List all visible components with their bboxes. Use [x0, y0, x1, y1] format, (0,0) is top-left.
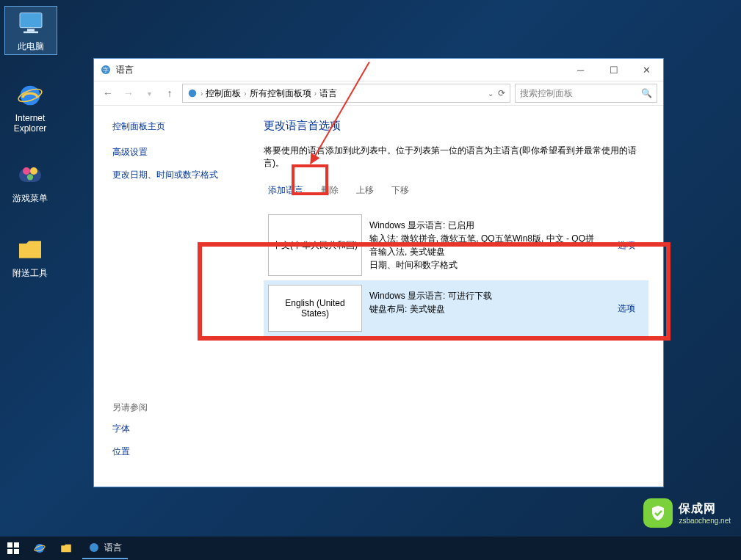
titlebar: 字 语言 ─ ☐ ✕	[94, 59, 663, 81]
language-name: English (United States)	[268, 285, 362, 332]
move-up-button[interactable]: 上移	[356, 184, 374, 197]
svg-rect-12	[7, 542, 12, 548]
breadcrumb-item[interactable]: 控制面板	[206, 87, 241, 100]
breadcrumb-item[interactable]: 所有控制面板项	[250, 87, 311, 100]
ie-icon	[33, 542, 46, 555]
search-icon[interactable]: 🔍	[641, 88, 652, 98]
minimize-button[interactable]: ─	[564, 59, 597, 81]
folder-icon	[15, 235, 45, 264]
up-button[interactable]: ↑	[162, 85, 178, 101]
sidebar-datetime[interactable]: 更改日期、时间或数字格式	[112, 169, 252, 181]
svg-rect-14	[7, 549, 12, 554]
language-icon	[88, 542, 100, 553]
start-button[interactable]	[3, 538, 24, 559]
page-description: 将要使用的语言添加到此列表中。位于列表第一位的语言为主语言(即你希望看到并最常使…	[264, 145, 648, 170]
breadcrumb-item[interactable]: 语言	[319, 87, 337, 100]
language-name: 中文(中华人民共和国)	[268, 214, 362, 276]
svg-point-11	[189, 90, 197, 98]
desktop-icon-label: 附送工具	[12, 268, 48, 278]
watermark-name: 保成网	[679, 501, 731, 517]
windows-icon	[7, 542, 19, 554]
search-placeholder: 搜索控制面板	[520, 87, 573, 100]
svg-text:字: 字	[103, 67, 109, 73]
games-icon	[15, 160, 45, 189]
ie-icon	[15, 81, 45, 110]
search-input[interactable]: 搜索控制面板 🔍	[515, 84, 657, 103]
chevron-icon: ›	[314, 90, 317, 98]
see-also-heading: 另请参阅	[112, 401, 252, 414]
watermark-url: zsbaocheng.net	[679, 517, 731, 525]
taskbar-task-label: 语言	[104, 542, 122, 554]
desktop-icon-label: 游戏菜单	[12, 193, 48, 203]
svg-point-6	[23, 167, 30, 175]
svg-point-8	[27, 174, 33, 180]
chevron-down-icon[interactable]: ⌄	[488, 90, 494, 98]
chevron-icon: ›	[200, 90, 203, 98]
sidebar-font[interactable]: 字体	[112, 423, 252, 435]
refresh-icon[interactable]: ⟳	[498, 88, 505, 98]
chevron-icon: ›	[244, 90, 246, 98]
desktop-icon-ie[interactable]: Internet Explorer	[4, 81, 56, 134]
svg-point-7	[30, 167, 37, 175]
watermark-badge	[643, 498, 673, 528]
taskbar: 语言	[0, 537, 741, 560]
language-options-link[interactable]: 选项	[618, 302, 635, 315]
shield-check-icon	[649, 504, 667, 522]
watermark: 保成网 zsbaocheng.net	[643, 498, 731, 528]
taskbar-ie[interactable]	[29, 538, 50, 559]
svg-rect-2	[24, 32, 38, 34]
language-row-en[interactable]: English (United States) Windows 显示语言: 可进…	[264, 280, 648, 336]
close-button[interactable]: ✕	[630, 59, 663, 81]
desktop-icon-label: Internet Explorer	[14, 113, 47, 134]
window-title: 语言	[116, 64, 134, 76]
taskbar-task-language[interactable]: 语言	[82, 537, 128, 559]
language-icon	[187, 88, 198, 98]
pc-icon	[16, 8, 46, 37]
taskbar-explorer[interactable]	[56, 538, 76, 559]
back-button[interactable]: ←	[100, 85, 116, 101]
folder-icon	[59, 542, 73, 555]
sidebar-advanced[interactable]: 高级设置	[112, 146, 252, 159]
svg-rect-13	[14, 542, 19, 548]
language-list: 中文(中华人民共和国) Windows 显示语言: 已启用 输入法: 微软拼音,…	[264, 210, 648, 336]
nav-row: ← → ▾ ↑ › 控制面板 › 所有控制面板项 › 语言 ⌄ ⟳ 搜索控制面板…	[94, 81, 663, 106]
svg-rect-0	[20, 13, 42, 28]
desktop-icon-tools[interactable]: 附送工具	[4, 235, 56, 280]
language-meta: Windows 显示语言: 可进行下载 键盘布局: 美式键盘	[362, 285, 609, 332]
control-panel-window: 字 语言 ─ ☐ ✕ ← → ▾ ↑ › 控制面板 › 所有控制面板项 › 语言…	[93, 58, 664, 487]
desktop-icon-label: 此电脑	[18, 41, 44, 51]
svg-rect-15	[14, 549, 19, 554]
sidebar-location[interactable]: 位置	[112, 446, 252, 458]
add-language-button[interactable]: 添加语言	[268, 184, 303, 197]
language-icon: 字	[100, 64, 112, 76]
sidebar-home[interactable]: 控制面板主页	[112, 120, 252, 133]
svg-rect-1	[27, 29, 35, 31]
history-dropdown[interactable]: ▾	[141, 85, 157, 101]
action-row: 添加语言 删除 上移 下移	[264, 184, 648, 197]
sidebar: 控制面板主页 高级设置 更改日期、时间或数字格式 另请参阅 字体 位置	[94, 106, 252, 487]
remove-language-button[interactable]: 删除	[321, 184, 339, 197]
move-down-button[interactable]: 下移	[391, 184, 409, 197]
maximize-button[interactable]: ☐	[597, 59, 630, 81]
language-row-zh[interactable]: 中文(中华人民共和国) Windows 显示语言: 已启用 输入法: 微软拼音,…	[264, 210, 648, 280]
language-meta: Windows 显示语言: 已启用 输入法: 微软拼音, 微软五笔, QQ五笔W…	[362, 214, 609, 276]
desktop-icon-this-pc[interactable]: 此电脑	[4, 6, 57, 55]
forward-button[interactable]: →	[120, 85, 137, 101]
svg-point-18	[90, 543, 98, 552]
page-heading: 更改语言首选项	[264, 119, 648, 133]
language-options-link[interactable]: 选项	[618, 239, 635, 252]
desktop-icon-games[interactable]: 游戏菜单	[4, 160, 56, 205]
